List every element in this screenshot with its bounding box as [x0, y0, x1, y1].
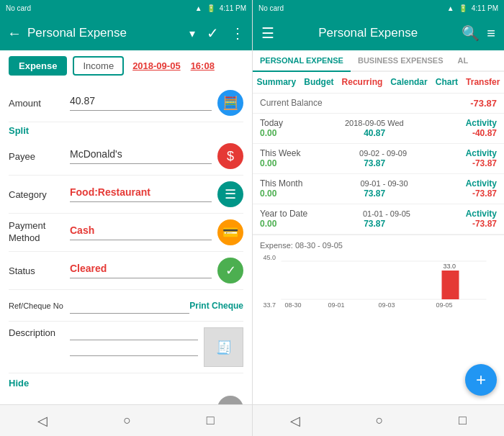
sub-tab-summary[interactable]: Summary [257, 76, 297, 88]
sub-tab-transfer[interactable]: Transfer [466, 76, 500, 88]
payee-icon[interactable]: $ [217, 143, 243, 169]
payee-value[interactable]: McDonald's [70, 148, 212, 164]
status-bar-right: No card ▲ 🔋 4:11 PM [253, 0, 504, 16]
expense-button[interactable]: Expense [9, 56, 67, 76]
bottom-nav-right: ◁ ○ □ [253, 404, 504, 436]
check-button[interactable]: ✓ [207, 24, 219, 42]
payment-value[interactable]: Cash [70, 224, 212, 240]
time-field[interactable]: 16:08 [191, 60, 215, 71]
sub-tabs: Summary Budget Recurring Calendar Chart … [253, 72, 504, 94]
sub-tab-budget[interactable]: Budget [304, 76, 333, 88]
svg-text:33.0: 33.0 [444, 263, 456, 270]
year-income: 0.00 [260, 219, 276, 229]
hide-row: Hide [9, 373, 243, 390]
ref-value[interactable] [70, 298, 189, 314]
amount-label: Amount [9, 98, 70, 109]
chart-label: Expense: 08-30 - 09-05 [260, 241, 497, 250]
chart-container: 45.0 33.7 08-30 09-01 09-03 09-05 33.0 [260, 253, 497, 310]
type-row: Expense Income 2018-09-05 16:08 [0, 50, 252, 81]
more-button[interactable]: ⋮ [230, 24, 245, 42]
income-button[interactable]: Income [73, 56, 124, 76]
this-week-row: This Week 09-02 - 09-09 Activity 0.00 73… [253, 144, 504, 174]
amount-value[interactable]: 40.87 [70, 95, 212, 111]
toolbar-title-right: Personal Expense [282, 26, 454, 40]
hide-button[interactable]: Hide [9, 373, 243, 390]
home-nav-icon-right[interactable]: ○ [376, 413, 384, 428]
amount-row: Amount 40.87 🧮 [9, 84, 243, 122]
ref-label: Ref/Cheque No [9, 301, 70, 310]
year-dates: 01-01 - 09-05 [363, 209, 410, 218]
svg-rect-8 [442, 271, 459, 299]
recents-nav-icon[interactable]: □ [207, 413, 215, 428]
status-row: Status Cleared ✓ [9, 252, 243, 290]
svg-text:45.0: 45.0 [264, 254, 276, 261]
month-label: This Month [260, 178, 302, 189]
tab-al[interactable]: AL [451, 50, 476, 71]
no-card-label-right: No card [258, 4, 284, 12]
tab-personal-expense[interactable]: PERSONAL EXPENSE [253, 50, 351, 72]
today-row: Today 2018-09-05 Wed Activity 0.00 40.87… [253, 114, 504, 144]
status-value[interactable]: Cleared [70, 263, 212, 278]
print-cheque-button[interactable]: Print Cheque [189, 301, 243, 311]
date-field[interactable]: 2018-09-05 [132, 60, 181, 71]
toolbar-left: ← Personal Expense ▾ ✓ ⋮ [0, 16, 252, 50]
this-month-row: This Month 09-01 - 09-30 Activity 0.00 7… [253, 174, 504, 204]
right-panel: No card ▲ 🔋 4:11 PM ☰ Personal Expense 🔍… [252, 0, 504, 436]
year-debit: -73.87 [472, 219, 497, 229]
payee-row: Payee McDonald's $ [9, 137, 243, 176]
description-input-2[interactable] [70, 343, 198, 356]
ref-row: Ref/Cheque No Print Cheque [9, 290, 243, 322]
month-activity-label: Activity [466, 178, 497, 189]
svg-text:09-05: 09-05 [436, 301, 453, 309]
menu-button[interactable]: ≡ [487, 25, 495, 42]
week-dates: 09-02 - 09-09 [359, 149, 407, 158]
chart-svg: 45.0 33.7 08-30 09-01 09-03 09-05 33.0 [260, 253, 497, 310]
category-value[interactable]: Food:Restaurant [70, 186, 212, 202]
tabs-row: PERSONAL EXPENSE BUSINESS EXPENSES AL [253, 50, 504, 72]
year-activity-label: Activity [466, 209, 497, 219]
category-icon[interactable]: ☰ [217, 181, 243, 207]
calculator-icon[interactable]: 🧮 [217, 90, 243, 116]
back-nav-icon-right[interactable]: ◁ [290, 413, 300, 429]
sub-tab-calendar[interactable]: Calendar [390, 76, 427, 88]
status-bar-left: No card ▲ 🔋 4:11 PM [0, 0, 252, 16]
svg-text:08-30: 08-30 [285, 301, 302, 309]
svg-text:09-03: 09-03 [379, 301, 395, 309]
current-balance-row: Current Balance -73.87 [253, 94, 504, 114]
sub-tab-recurring[interactable]: Recurring [342, 76, 383, 88]
home-nav-icon[interactable]: ○ [123, 413, 131, 428]
tag-icon[interactable]: 🏷 [217, 396, 243, 404]
week-activity-label: Activity [466, 148, 497, 158]
description-input[interactable] [70, 327, 198, 340]
fab-icon: + [476, 370, 486, 390]
current-balance-amount: -73.87 [470, 98, 497, 109]
split-row: Split [9, 122, 243, 137]
bottom-nav-left: ◁ ○ □ [0, 404, 252, 436]
wifi-icon-left: ▲ [195, 4, 202, 12]
today-debit: -40.87 [472, 128, 497, 138]
today-activity: 40.87 [364, 128, 385, 138]
dropdown-icon[interactable]: ▾ [189, 27, 195, 40]
description-label: Description [9, 327, 70, 338]
receipt-thumbnail[interactable]: 🧾 [204, 327, 243, 367]
today-dates: 2018-09-05 Wed [345, 119, 404, 127]
fab-button[interactable]: + [465, 364, 497, 396]
sub-tab-chart[interactable]: Chart [436, 76, 458, 88]
battery-icon-right: 🔋 [459, 4, 467, 12]
battery-icon-left: 🔋 [207, 4, 215, 12]
tab-business-expenses[interactable]: BUSINESS EXPENSES [351, 50, 451, 71]
payment-label: Payment Method [9, 220, 70, 245]
back-nav-icon[interactable]: ◁ [37, 413, 48, 429]
week-activity: 73.87 [364, 158, 385, 168]
search-button[interactable]: 🔍 [462, 24, 480, 42]
payment-icon[interactable]: 💳 [217, 219, 243, 245]
today-label: Today [260, 118, 283, 128]
chart-area: Expense: 08-30 - 09-05 45.0 33.7 08-30 0… [253, 235, 504, 313]
recents-nav-icon-right[interactable]: □ [459, 413, 467, 428]
status-label: Status [9, 265, 70, 276]
month-dates: 09-01 - 09-30 [360, 179, 408, 188]
back-button[interactable]: ← [7, 25, 22, 42]
status-icon[interactable]: ✓ [217, 258, 243, 283]
form-area: Amount 40.87 🧮 Split Payee McDonald's $ … [0, 81, 252, 404]
hamburger-button[interactable]: ☰ [261, 24, 274, 42]
